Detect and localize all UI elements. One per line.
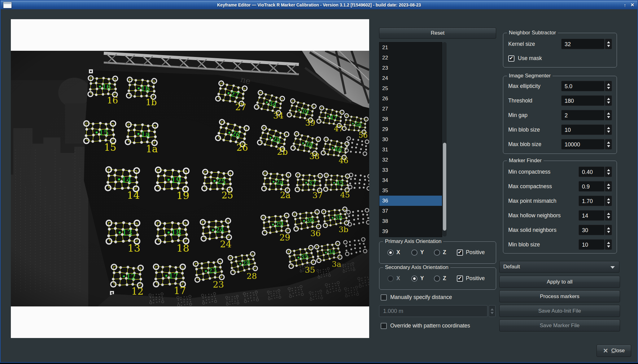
spinbox-value[interactable]: 14 xyxy=(579,210,605,221)
spinbox-value[interactable]: 180 xyxy=(561,95,605,106)
frame-item-28[interactable]: 28 xyxy=(379,114,442,124)
camera-image[interactable]: ne16161b1b2727343439394747565615151a1a26… xyxy=(11,51,369,306)
close-window-icon[interactable]: ✕ xyxy=(630,2,634,8)
step-up-icon[interactable] xyxy=(607,98,610,100)
spinbox-stepper[interactable] xyxy=(605,81,612,91)
frame-item-37[interactable]: 37 xyxy=(379,206,442,216)
axis-radio-z[interactable] xyxy=(434,249,440,256)
frame-item-25[interactable]: 25 xyxy=(379,83,442,93)
step-down-icon[interactable] xyxy=(607,202,610,204)
axis-radio-x[interactable] xyxy=(387,275,394,282)
step-down-icon[interactable] xyxy=(607,187,610,189)
step-down-icon[interactable] xyxy=(607,87,610,89)
frame-item-35[interactable]: 35 xyxy=(379,185,442,196)
spinbox-value[interactable]: 0.9 xyxy=(579,181,605,192)
axis-radio-y[interactable] xyxy=(411,249,417,256)
step-down-icon[interactable] xyxy=(607,131,610,133)
step-up-icon[interactable] xyxy=(607,184,610,186)
frame-item-27[interactable]: 27 xyxy=(379,104,442,114)
spinbox-stepper[interactable] xyxy=(605,196,612,206)
spinbox-stepper[interactable] xyxy=(605,124,612,135)
step-down-icon[interactable] xyxy=(607,216,610,219)
spinbox-stepper[interactable] xyxy=(605,95,612,106)
step-up-icon[interactable] xyxy=(491,308,494,310)
positive-checkbox[interactable] xyxy=(457,275,463,282)
close-button[interactable]: ✕ Close xyxy=(596,344,631,357)
process-markers-button[interactable]: Process markers xyxy=(499,290,620,302)
spinbox-value[interactable]: 30 xyxy=(579,225,605,235)
step-up-icon[interactable] xyxy=(607,83,610,85)
step-up-icon[interactable] xyxy=(607,141,610,144)
axis-radio-z[interactable] xyxy=(434,275,440,282)
shade-window-icon[interactable]: ↑ xyxy=(624,2,626,8)
use-mask-checkbox[interactable] xyxy=(508,55,514,62)
spinbox-value[interactable]: 0.40 xyxy=(579,167,605,177)
frame-item-39[interactable]: 39 xyxy=(379,226,442,236)
frame-item-31[interactable]: 31 xyxy=(379,145,442,155)
frame-list-scrollbar[interactable] xyxy=(443,42,447,236)
apply-to-all-button[interactable]: Apply to all xyxy=(499,276,620,288)
frame-item-33[interactable]: 33 xyxy=(379,165,442,175)
step-down-icon[interactable] xyxy=(491,312,494,314)
step-down-icon[interactable] xyxy=(607,173,610,175)
marker-green-label: 29 xyxy=(274,220,284,228)
distance-stepper[interactable] xyxy=(489,305,496,317)
frame-item-29[interactable]: 29 xyxy=(379,124,442,134)
override-checkbox[interactable] xyxy=(381,323,387,329)
spinbox-value[interactable]: 10000 xyxy=(561,139,605,150)
spinbox-value[interactable]: 5.0 xyxy=(561,81,605,91)
save-marker-file-button[interactable]: Save Marker File xyxy=(499,319,620,332)
spinbox-value[interactable]: 10 xyxy=(579,239,605,250)
spinbox-value[interactable]: 1.70 xyxy=(579,196,605,206)
manual-distance-checkbox[interactable] xyxy=(381,294,387,301)
frame-item-32[interactable]: 32 xyxy=(379,155,442,165)
spinbox-stepper[interactable] xyxy=(605,210,612,221)
axis-radio-x[interactable] xyxy=(387,249,394,256)
step-up-icon[interactable] xyxy=(607,112,610,115)
step-down-icon[interactable] xyxy=(607,45,610,47)
frame-item-30[interactable]: 30 xyxy=(379,134,442,145)
frame-item-24[interactable]: 24 xyxy=(379,73,442,83)
distance-input[interactable]: 1.000 m xyxy=(379,305,487,317)
step-down-icon[interactable] xyxy=(607,231,610,233)
frame-item-34[interactable]: 34 xyxy=(379,175,442,185)
scrollbar-thumb[interactable] xyxy=(443,143,446,231)
step-up-icon[interactable] xyxy=(607,227,610,229)
spinbox-stepper[interactable] xyxy=(605,139,612,150)
step-down-icon[interactable] xyxy=(607,145,610,147)
spinbox-stepper[interactable] xyxy=(605,181,612,192)
marker-green-label: 45 xyxy=(336,179,344,187)
step-up-icon[interactable] xyxy=(607,127,610,129)
frame-item-21[interactable]: 21 xyxy=(379,42,442,53)
step-up-icon[interactable] xyxy=(607,213,610,215)
frame-item-22[interactable]: 22 xyxy=(379,53,442,63)
frame-item-26[interactable]: 26 xyxy=(379,93,442,104)
frame-item-36[interactable]: 36 xyxy=(379,196,442,206)
spinbox-stepper[interactable] xyxy=(605,225,612,235)
step-down-icon[interactable] xyxy=(607,102,610,104)
spinbox-value[interactable]: 2 xyxy=(561,110,605,120)
frame-list[interactable]: 21222324252627282930313233343536373839 xyxy=(379,42,442,237)
step-down-icon[interactable] xyxy=(607,116,610,118)
reset-button[interactable]: Reset xyxy=(379,28,496,39)
frame-item-38[interactable]: 38 xyxy=(379,216,442,226)
spinbox-value[interactable]: 10 xyxy=(561,124,605,135)
frame-item-23[interactable]: 23 xyxy=(379,63,442,73)
spinbox-stepper[interactable] xyxy=(605,239,612,250)
step-up-icon[interactable] xyxy=(607,198,610,200)
image-viewer[interactable]: ne16161b1b2727343439394747565615151a1a26… xyxy=(11,19,369,338)
positive-checkbox[interactable] xyxy=(457,249,463,256)
spinbox-stepper[interactable] xyxy=(605,167,612,177)
axis-radio-y[interactable] xyxy=(411,275,417,282)
preset-dropdown[interactable]: Default xyxy=(499,261,619,273)
marker-yellow-label: 3b xyxy=(339,225,348,234)
spinbox-value[interactable]: 32 xyxy=(561,39,605,49)
spinbox-stepper[interactable] xyxy=(605,39,612,49)
step-down-icon[interactable] xyxy=(607,245,610,248)
step-up-icon[interactable] xyxy=(607,169,610,171)
step-up-icon[interactable] xyxy=(607,41,610,43)
title-bar[interactable]: Keyframe Editor — VioTrack R Marker Cali… xyxy=(1,1,637,9)
spinbox-stepper[interactable] xyxy=(605,110,612,120)
save-auto-init-button[interactable]: Save Auto-Init File xyxy=(499,305,620,317)
step-up-icon[interactable] xyxy=(607,242,610,244)
